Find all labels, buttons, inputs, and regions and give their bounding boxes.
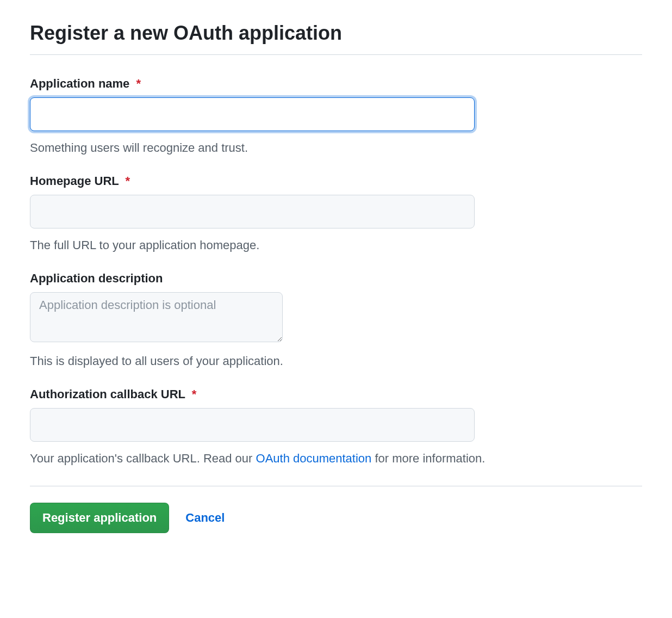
- callback-url-input[interactable]: [30, 408, 475, 442]
- required-indicator: *: [126, 174, 130, 188]
- app-name-label: Application name *: [30, 77, 642, 91]
- app-description-label: Application description: [30, 271, 642, 286]
- app-description-label-text: Application description: [30, 271, 163, 285]
- homepage-url-input[interactable]: [30, 195, 475, 228]
- cancel-link[interactable]: Cancel: [185, 511, 225, 525]
- oauth-docs-link[interactable]: OAuth documentation: [256, 452, 372, 465]
- app-name-input[interactable]: [30, 97, 475, 131]
- app-name-label-text: Application name: [30, 77, 129, 90]
- homepage-url-label: Homepage URL *: [30, 174, 642, 188]
- callback-url-label-text: Authorization callback URL: [30, 387, 185, 401]
- callback-help-prefix: Your application's callback URL. Read ou…: [30, 452, 256, 465]
- page-title: Register a new OAuth application: [30, 22, 642, 45]
- register-application-button[interactable]: Register application: [30, 503, 169, 533]
- field-group-app-name: Application name * Something users will …: [30, 77, 642, 157]
- callback-url-help: Your application's callback URL. Read ou…: [30, 449, 642, 467]
- required-indicator: *: [192, 387, 197, 401]
- field-group-homepage-url: Homepage URL * The full URL to your appl…: [30, 174, 642, 254]
- actions-divider: [30, 486, 642, 486]
- field-group-app-description: Application description This is displaye…: [30, 271, 642, 370]
- required-indicator: *: [136, 77, 141, 90]
- callback-url-label: Authorization callback URL *: [30, 387, 642, 401]
- homepage-url-help: The full URL to your application homepag…: [30, 236, 642, 254]
- homepage-url-label-text: Homepage URL: [30, 174, 119, 188]
- app-description-textarea[interactable]: [30, 292, 283, 342]
- app-description-help: This is displayed to all users of your a…: [30, 352, 642, 370]
- field-group-callback-url: Authorization callback URL * Your applic…: [30, 387, 642, 467]
- form-actions: Register application Cancel: [30, 503, 642, 533]
- callback-help-suffix: for more information.: [371, 452, 485, 465]
- title-divider: [30, 54, 642, 55]
- app-name-help: Something users will recognize and trust…: [30, 139, 642, 157]
